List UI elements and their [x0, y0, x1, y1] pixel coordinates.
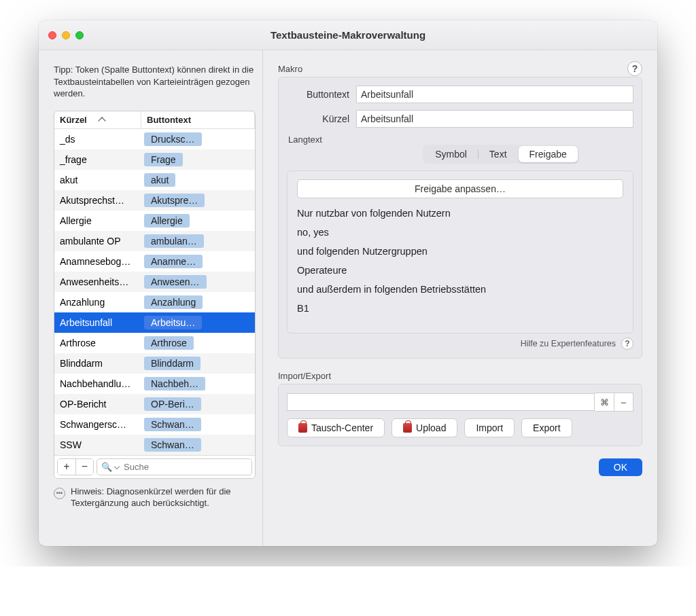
- buttontext-input[interactable]: Arbeitsunfall: [356, 86, 633, 103]
- cell-kuerzel: Anwesenheits…: [54, 276, 141, 287]
- cell-buttontext: Arthrose: [141, 335, 255, 351]
- table-row[interactable]: OP-BerichtOP-Beri…: [54, 394, 255, 414]
- buttontext-token[interactable]: Anzahlung: [144, 295, 203, 309]
- buttontext-token[interactable]: Allergie: [144, 214, 190, 228]
- buttontext-token[interactable]: Blinddarm: [144, 357, 201, 370]
- cell-buttontext: Anamne…: [141, 253, 255, 270]
- cell-buttontext: Akutspre…: [141, 192, 255, 209]
- traffic-lights: [48, 31, 84, 39]
- cell-kuerzel: ambulante OP: [54, 236, 141, 247]
- buttontext-token[interactable]: Arbeitsu…: [144, 316, 202, 329]
- import-button[interactable]: Import: [464, 418, 515, 437]
- table-row[interactable]: Akutsprechst…Akutspre…: [54, 190, 255, 211]
- cell-buttontext: Drucksc…: [141, 131, 255, 147]
- search-field[interactable]: 🔍: [97, 458, 252, 475]
- zoom-icon[interactable]: [75, 31, 84, 39]
- buttontext-token[interactable]: Schwan…: [144, 438, 201, 452]
- cell-buttontext: OP-Beri…: [141, 396, 255, 412]
- remove-button[interactable]: −: [75, 459, 93, 475]
- cell-kuerzel: Anzahlung: [54, 297, 141, 308]
- tab-freigabe[interactable]: Freigabe: [519, 146, 578, 162]
- cell-buttontext: ambulan…: [141, 233, 255, 249]
- cell-kuerzel: Allergie: [54, 215, 141, 226]
- buttontext-token[interactable]: Arthrose: [144, 336, 194, 350]
- buttontext-token[interactable]: Drucksc…: [144, 132, 202, 146]
- buttontext-token[interactable]: Nachbeh…: [144, 377, 205, 391]
- table-row[interactable]: akutakut: [54, 170, 255, 190]
- expert-help: Hilfe zu Expertenfeatures ?: [287, 338, 633, 350]
- add-button[interactable]: +: [58, 459, 75, 475]
- buttontext-token[interactable]: Schwan…: [144, 418, 201, 431]
- table-row[interactable]: AllergieAllergie: [54, 211, 255, 231]
- cell-buttontext: Allergie: [141, 213, 255, 229]
- cell-buttontext: Schwan…: [141, 416, 255, 433]
- browse-button[interactable]: ⌘: [595, 393, 614, 411]
- expert-help-button[interactable]: ?: [621, 338, 633, 350]
- table-row[interactable]: Anwesenheits…Anwesen…: [54, 272, 255, 292]
- clear-button[interactable]: −: [614, 393, 633, 411]
- titlebar: Textbausteine-Makroverwaltung: [39, 20, 657, 50]
- import-export-label: Import/Export: [278, 371, 642, 381]
- table-header: Kürzel Buttontext: [54, 111, 255, 129]
- freigabe-anpassen-button[interactable]: Freigabe anpassen…: [297, 179, 623, 198]
- bag-icon: [298, 423, 307, 433]
- table-row[interactable]: _dsDrucksc…: [54, 129, 255, 149]
- table-row[interactable]: Anamnesebog…Anamne…: [54, 251, 255, 272]
- minimize-icon[interactable]: [62, 31, 70, 39]
- export-button[interactable]: Export: [521, 418, 572, 437]
- expert-help-label: Hilfe zu Expertenfeatures: [521, 339, 616, 348]
- tab-text[interactable]: Text: [478, 146, 518, 162]
- close-icon[interactable]: [48, 31, 56, 39]
- chevron-down-icon[interactable]: [114, 464, 120, 469]
- table-row[interactable]: ArbeitsunfallArbeitsu…: [54, 312, 255, 333]
- search-input[interactable]: [122, 461, 247, 473]
- buttontext-token[interactable]: ambulan…: [144, 234, 204, 248]
- table-row[interactable]: ambulante OPambulan…: [54, 231, 255, 251]
- more-icon[interactable]: •••: [54, 488, 65, 499]
- buttontext-token[interactable]: Anamne…: [144, 255, 203, 268]
- table-row[interactable]: AnzahlungAnzahlung: [54, 292, 255, 312]
- table-row[interactable]: Nachbehandlu…Nachbeh…: [54, 374, 255, 394]
- table-row[interactable]: BlinddarmBlinddarm: [54, 353, 255, 374]
- cell-buttontext: Schwan…: [141, 437, 255, 453]
- buttontext-token[interactable]: OP-Beri…: [144, 397, 201, 411]
- cell-kuerzel: OP-Bericht: [54, 399, 141, 410]
- kuerzel-input[interactable]: Arbeitsunfall: [356, 110, 633, 128]
- langtext-label: Langtext: [288, 134, 633, 145]
- table-row[interactable]: ArthroseArthrose: [54, 333, 255, 353]
- cell-buttontext: Blinddarm: [141, 355, 255, 372]
- cell-buttontext: Arbeitsu…: [141, 314, 255, 331]
- col-kuerzel[interactable]: Kürzel: [54, 111, 141, 128]
- makro-group: Buttontext Arbeitsunfall Kürzel Arbeitsu…: [278, 77, 642, 359]
- window-title: Textbausteine-Makroverwaltung: [39, 29, 657, 41]
- buttontext-token[interactable]: akut: [144, 173, 175, 187]
- buttontext-label: Buttontext: [287, 89, 356, 100]
- upload-button[interactable]: Upload: [392, 418, 457, 437]
- buttontext-token[interactable]: Akutspre…: [144, 194, 205, 207]
- help-button[interactable]: ?: [627, 61, 642, 76]
- tab-symbol[interactable]: Symbol: [424, 146, 478, 162]
- table-row[interactable]: _frageFrage: [54, 149, 255, 170]
- cell-kuerzel: Arbeitsunfall: [54, 317, 141, 328]
- table-body[interactable]: _dsDrucksc…_frageFrageakutakutAkutsprech…: [54, 129, 255, 455]
- col-buttontext[interactable]: Buttontext: [141, 111, 255, 128]
- buttontext-token[interactable]: Frage: [144, 153, 183, 166]
- freigabe-line: no, yes: [297, 227, 623, 238]
- tausch-center-button[interactable]: Tausch-Center: [287, 418, 385, 437]
- left-panel: Tipp: Token (Spalte Buttontext) können d…: [39, 50, 263, 546]
- add-remove-group: + −: [57, 458, 94, 475]
- tip-text: Tipp: Token (Spalte Buttontext) können d…: [54, 64, 256, 100]
- cell-kuerzel: Akutsprechst…: [54, 195, 141, 206]
- cell-buttontext: Anzahlung: [141, 294, 255, 310]
- table-row[interactable]: Schwangersc…Schwan…: [54, 414, 255, 435]
- content: Tipp: Token (Spalte Buttontext) können d…: [39, 50, 657, 546]
- freigabe-line: und folgenden Nutzergruppen: [297, 246, 623, 257]
- table-footer: + − 🔍: [54, 455, 255, 478]
- cell-buttontext: akut: [141, 172, 255, 188]
- ok-button[interactable]: OK: [599, 458, 642, 476]
- freigabe-line: und außerdem in folgenden Betriebsstätte…: [297, 284, 623, 295]
- buttontext-token[interactable]: Anwesen…: [144, 275, 207, 289]
- table-row[interactable]: SSWSchwan…: [54, 435, 255, 455]
- import-path-input[interactable]: [287, 393, 595, 411]
- cell-kuerzel: _frage: [54, 154, 141, 165]
